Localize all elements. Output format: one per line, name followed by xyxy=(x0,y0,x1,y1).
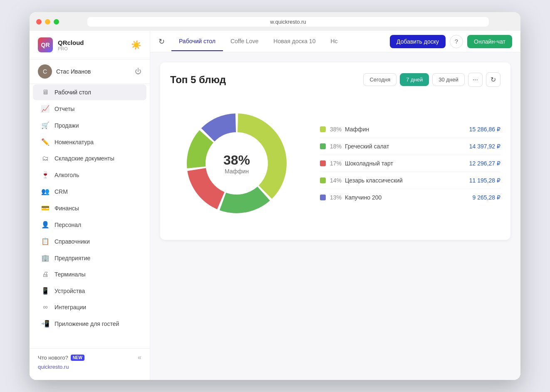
brand-tier: PRO xyxy=(58,46,84,51)
legend-color xyxy=(320,126,326,132)
nav-label-crm: CRM xyxy=(55,188,68,195)
nav-label-skladskie: Складские документы xyxy=(55,155,114,162)
refresh-icon[interactable]: ↻ xyxy=(159,37,165,46)
sidebar-item-predpriyatie[interactable]: 🏢 Предприятие xyxy=(33,250,146,266)
sidebar-item-prodazhi[interactable]: 🛒 Продажи xyxy=(33,117,146,133)
close-dot[interactable] xyxy=(36,19,42,25)
nav-icon-personal: 👤 xyxy=(41,221,50,229)
legend-name: Греческий салат xyxy=(345,143,469,150)
main-area: ↻ Рабочий столCoffe LoveНовая доска 10Нс… xyxy=(150,31,520,380)
online-chat-button[interactable]: Онлайн-чат xyxy=(467,35,512,48)
sidebar-item-otchety[interactable]: 📈 Отчеты xyxy=(33,101,146,117)
donut-center-label: Маффин xyxy=(223,168,250,175)
legend-item: 17% Шоколадный тарт 12 296,27 ₽ xyxy=(320,155,500,172)
legend-color xyxy=(320,160,326,166)
widget-body: 38% Маффин 38% Маффин 15 286,86 ₽ 18% Гр… xyxy=(170,97,500,230)
legend-name: Цезарь классический xyxy=(345,177,469,184)
tab-rabochiy-stol[interactable]: Рабочий стол xyxy=(171,32,223,51)
add-board-button[interactable]: Добавить доску xyxy=(390,35,446,48)
period-today-button[interactable]: Сегодня xyxy=(363,73,396,86)
sidebar-item-skladskie[interactable]: 🗂 Складские документы xyxy=(33,150,146,166)
legend-pct: 13% xyxy=(330,194,345,201)
sidebar-item-alkogol[interactable]: 🍷 Алкоголь xyxy=(33,167,146,183)
legend-pct: 14% xyxy=(330,177,345,184)
legend-value: 14 397,92 ₽ xyxy=(469,143,500,150)
nav-icon-finansy: 💳 xyxy=(41,204,50,212)
sidebar-item-spravochniki[interactable]: 📋 Справочники xyxy=(33,233,146,249)
sidebar-item-nomenklatura[interactable]: ✏️ Номенклатура xyxy=(33,134,146,150)
widget-title: Топ 5 блюд xyxy=(170,74,226,86)
top-bar: ↻ Рабочий столCoffe LoveНовая доска 10Нс… xyxy=(150,31,520,52)
legend-item: 18% Греческий салат 14 397,92 ₽ xyxy=(320,138,500,155)
nav-icon-crm: 👥 xyxy=(41,187,50,195)
app-layout: QR QRcloud PRO ☀️ С Стас Иванов ⏻ 🖥 Рабо… xyxy=(30,31,520,380)
legend-color xyxy=(320,178,326,183)
nav-icon-predpriyatie: 🏢 xyxy=(41,254,50,262)
sidebar-item-terminaly[interactable]: 🖨 Терминалы xyxy=(33,266,146,282)
brand-text: QRcloud PRO xyxy=(58,39,84,51)
nav-icon-nomenklatura: ✏️ xyxy=(41,138,50,146)
nav-icon-terminaly: 🖨 xyxy=(41,271,50,278)
legend-value: 11 195,28 ₽ xyxy=(469,177,500,184)
legend-name: Маффин xyxy=(345,126,469,133)
legend-pct: 18% xyxy=(330,143,345,150)
period-7days-button[interactable]: 7 дней xyxy=(400,73,429,86)
whats-new-label: Что нового? xyxy=(38,355,68,361)
address-bar[interactable]: w.quickresto.ru xyxy=(87,17,489,27)
collapse-icon[interactable]: « xyxy=(138,354,141,361)
tab-actions: Добавить доску ? Онлайн-чат xyxy=(390,35,512,48)
browser-window: w.quickresto.ru QR QRcloud PRO ☀️ С Стас xyxy=(30,12,520,380)
legend-value: 12 296,27 ₽ xyxy=(469,160,500,167)
site-link[interactable]: quickresto.ru xyxy=(38,364,141,370)
legend: 38% Маффин 15 286,86 ₽ 18% Греческий сал… xyxy=(320,121,500,206)
nav-icon-rabochiy-stol: 🖥 xyxy=(41,89,50,96)
nav-items-container: 🖥 Рабочий стол📈 Отчеты🛒 Продажи✏️ Номенк… xyxy=(30,84,150,332)
maximize-dot[interactable] xyxy=(54,19,59,25)
donut-center: 38% Маффин xyxy=(223,153,250,175)
nav-icon-prilozhenie: 📲 xyxy=(41,320,50,328)
logout-icon[interactable]: ⏻ xyxy=(135,68,141,75)
minimize-dot[interactable] xyxy=(45,19,50,25)
sidebar-item-integracii[interactable]: ∞ Интеграции xyxy=(33,299,146,315)
avatar: С xyxy=(38,64,52,79)
nav-icon-alkogol: 🍷 xyxy=(41,171,50,179)
sidebar-footer: Что нового? NEW « quickresto.ru xyxy=(30,348,150,375)
sidebar-item-ustroystva[interactable]: 📱 Устройства xyxy=(33,283,146,299)
tab-novaya-doska-10[interactable]: Новая доска 10 xyxy=(266,32,323,51)
sidebar-item-prilozhenie[interactable]: 📲 Приложение для гостей xyxy=(33,316,146,332)
nav-label-rabochiy-stol: Рабочий стол xyxy=(55,89,91,96)
whats-new-row: Что нового? NEW « xyxy=(38,354,141,361)
nav-label-predpriyatie: Предприятие xyxy=(55,255,90,261)
legend-item: 13% Капучино 200 9 265,28 ₽ xyxy=(320,189,500,206)
reload-button[interactable]: ↻ xyxy=(486,72,500,87)
browser-chrome: w.quickresto.ru xyxy=(30,12,520,31)
more-options-button[interactable]: ··· xyxy=(468,73,483,87)
nav-label-nomenklatura: Номенклатура xyxy=(55,139,94,145)
brand-info: QR QRcloud PRO xyxy=(38,37,84,52)
legend-name: Шоколадный тарт xyxy=(345,160,469,167)
tab-ns[interactable]: Нс xyxy=(323,32,345,51)
legend-name: Капучино 200 xyxy=(345,194,473,201)
period-30days-button[interactable]: 30 дней xyxy=(432,73,464,86)
sidebar-item-personal[interactable]: 👤 Персонал xyxy=(33,217,146,233)
nav-icon-ustroystva: 📱 xyxy=(41,287,50,295)
nav-label-terminaly: Терминалы xyxy=(55,271,86,278)
nav-label-ustroystva: Устройства xyxy=(55,288,85,294)
nav-label-prodazhi: Продажи xyxy=(55,122,79,129)
nav-label-alkogol: Алкоголь xyxy=(55,172,79,178)
help-button[interactable]: ? xyxy=(450,35,463,48)
sidebar-item-finansy[interactable]: 💳 Финансы xyxy=(33,200,146,216)
brand-name: QRcloud xyxy=(58,39,84,46)
theme-toggle-icon[interactable]: ☀️ xyxy=(131,40,141,50)
user-row: С Стас Иванов ⏻ xyxy=(30,59,150,84)
sidebar-item-crm[interactable]: 👥 CRM xyxy=(33,183,146,200)
sidebar-header: QR QRcloud PRO ☀️ xyxy=(30,31,150,59)
donut-center-pct: 38% xyxy=(223,153,250,168)
sidebar-item-rabochiy-stol[interactable]: 🖥 Рабочий стол xyxy=(33,84,146,100)
browser-controls: w.quickresto.ru xyxy=(36,17,514,27)
legend-pct: 17% xyxy=(330,160,345,167)
tab-coffe-love[interactable]: Coffe Love xyxy=(223,32,266,51)
nav-label-otchety: Отчеты xyxy=(55,106,74,112)
nav-label-finansy: Финансы xyxy=(55,205,79,212)
legend-pct: 38% xyxy=(330,126,345,133)
